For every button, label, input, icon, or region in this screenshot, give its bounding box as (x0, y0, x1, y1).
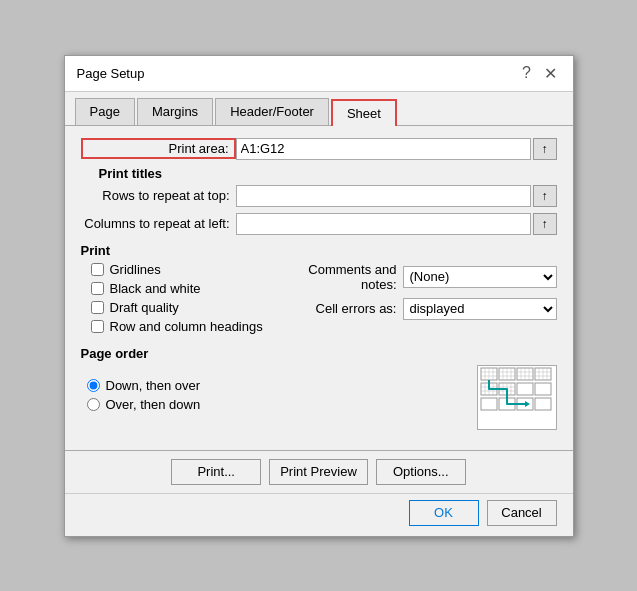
svg-rect-37 (535, 383, 551, 395)
over-then-down-label: Over, then down (106, 397, 201, 412)
blackwhite-label: Black and white (110, 281, 201, 296)
tab-header-footer[interactable]: Header/Footer (215, 98, 329, 125)
gridlines-row: Gridlines (91, 262, 273, 277)
print-titles-label: Print titles (99, 166, 557, 181)
options-button[interactable]: Options... (376, 459, 466, 485)
rowcol-label: Row and column headings (110, 319, 263, 334)
tab-margins[interactable]: Margins (137, 98, 213, 125)
ok-cancel-row: OK Cancel (65, 493, 573, 536)
draft-row: Draft quality (91, 300, 273, 315)
tab-sheet[interactable]: Sheet (331, 99, 397, 126)
down-then-over-radio[interactable] (87, 379, 100, 392)
page-order-diagram (477, 365, 557, 430)
blackwhite-row: Black and white (91, 281, 273, 296)
print-checkboxes: Gridlines Black and white Draft quality … (81, 262, 273, 338)
tab-bar: Page Margins Header/Footer Sheet (65, 92, 573, 126)
svg-rect-36 (517, 383, 533, 395)
svg-rect-41 (535, 398, 551, 410)
title-bar: Page Setup ? ✕ (65, 56, 573, 92)
svg-rect-38 (481, 398, 497, 410)
gridlines-checkbox[interactable] (91, 263, 104, 276)
print-area-input[interactable] (236, 138, 531, 160)
page-order-content: Down, then over Over, then down (81, 365, 557, 430)
page-order-radios: Down, then over Over, then down (81, 378, 477, 416)
rows-repeat-input[interactable] (236, 185, 531, 207)
help-icon[interactable]: ? (517, 64, 537, 82)
rowcol-row: Row and column headings (91, 319, 273, 334)
cols-repeat-collapse-btn[interactable]: ↑ (533, 213, 557, 235)
comments-label: Comments and notes: (283, 262, 403, 292)
svg-marker-42 (525, 401, 530, 407)
page-setup-dialog: Page Setup ? ✕ Page Margins Header/Foote… (64, 55, 574, 537)
print-area-label: Print area: (81, 138, 236, 159)
draft-label: Draft quality (110, 300, 179, 315)
sheet-content: Print area: ↑ Print titles Rows to repea… (65, 126, 573, 440)
over-then-down-radio[interactable] (87, 398, 100, 411)
print-button[interactable]: Print... (171, 459, 261, 485)
down-then-over-label: Down, then over (106, 378, 201, 393)
print-area-row: Print area: ↑ (81, 138, 557, 160)
comments-row: Comments and notes: (None) At end of she… (283, 262, 557, 292)
rows-repeat-label: Rows to repeat at top: (81, 188, 236, 203)
errors-label: Cell errors as: (283, 301, 403, 316)
print-area-input-row: ↑ (236, 138, 557, 160)
draft-checkbox[interactable] (91, 301, 104, 314)
rows-repeat-input-row: ↑ (236, 185, 557, 207)
rows-repeat-row: Rows to repeat at top: ↑ (81, 185, 557, 207)
over-then-down-row: Over, then down (87, 397, 477, 412)
rowcol-checkbox[interactable] (91, 320, 104, 333)
cols-repeat-row: Columns to repeat at left: ↑ (81, 213, 557, 235)
rows-repeat-collapse-btn[interactable]: ↑ (533, 185, 557, 207)
cols-repeat-input-row: ↑ (236, 213, 557, 235)
comments-select[interactable]: (None) At end of sheet As displayed on s… (403, 266, 557, 288)
page-order-section: Page order Down, then over Over, then do… (81, 346, 557, 430)
close-icon[interactable]: ✕ (541, 64, 561, 83)
errors-row: Cell errors as: displayed <blank> -- #N/… (283, 298, 557, 320)
dialog-title: Page Setup (77, 66, 145, 81)
print-preview-button[interactable]: Print Preview (269, 459, 368, 485)
blackwhite-checkbox[interactable] (91, 282, 104, 295)
errors-select[interactable]: displayed <blank> -- #N/A (403, 298, 557, 320)
gridlines-label: Gridlines (110, 262, 161, 277)
print-right: Comments and notes: (None) At end of she… (273, 262, 557, 338)
tab-page[interactable]: Page (75, 98, 135, 125)
page-order-label: Page order (81, 346, 557, 361)
print-section: Gridlines Black and white Draft quality … (81, 262, 557, 338)
cols-repeat-label: Columns to repeat at left: (81, 216, 236, 231)
print-area-collapse-btn[interactable]: ↑ (533, 138, 557, 160)
title-bar-controls: ? ✕ (517, 64, 561, 83)
ok-button[interactable]: OK (409, 500, 479, 526)
action-buttons: Print... Print Preview Options... (65, 459, 573, 485)
divider (65, 450, 573, 451)
print-section-label: Print (81, 243, 557, 258)
page-order-svg (479, 366, 555, 428)
down-then-over-row: Down, then over (87, 378, 477, 393)
cols-repeat-input[interactable] (236, 213, 531, 235)
cancel-button[interactable]: Cancel (487, 500, 557, 526)
